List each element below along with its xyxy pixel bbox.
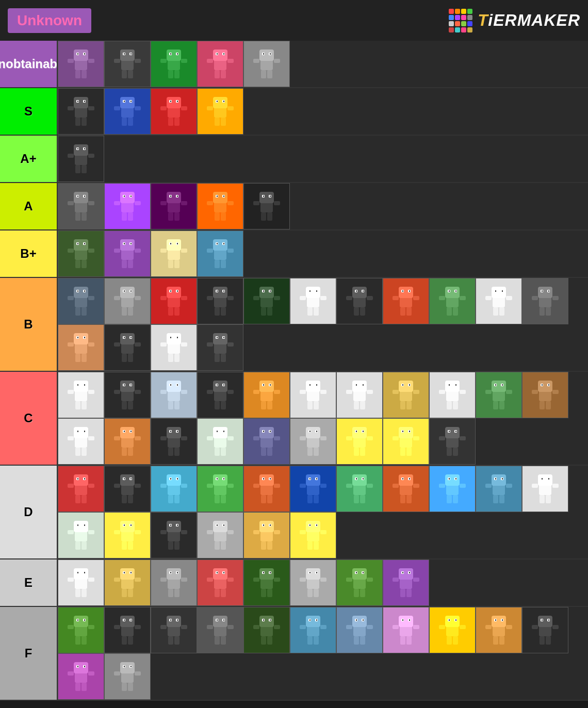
- tier-item-e3[interactable]: [151, 559, 197, 606]
- tier-item-f6[interactable]: [290, 607, 336, 653]
- tier-item-c15[interactable]: [197, 418, 243, 465]
- svg-rect-145: [213, 192, 227, 203]
- tier-item-bp4[interactable]: [197, 230, 243, 277]
- tier-item-b3[interactable]: [151, 278, 197, 324]
- tier-item-c6[interactable]: [290, 372, 336, 418]
- tier-item-f12[interactable]: [58, 653, 104, 700]
- tier-item-b4[interactable]: [197, 278, 243, 324]
- tier-item-a4[interactable]: [197, 183, 243, 229]
- tier-item-c7[interactable]: [336, 372, 383, 418]
- svg-rect-746: [160, 530, 167, 534]
- tier-item-b13[interactable]: [104, 324, 151, 371]
- tier-item-d4[interactable]: [197, 466, 243, 512]
- tier-item-b15[interactable]: [197, 324, 243, 371]
- tier-item-c2[interactable]: [104, 372, 151, 418]
- tier-item-e2[interactable]: [104, 559, 151, 606]
- tier-item-b5[interactable]: [243, 278, 290, 324]
- tier-item-c13[interactable]: [104, 418, 151, 465]
- tier-item-d14[interactable]: [151, 512, 197, 558]
- tier-item-d5[interactable]: [243, 466, 290, 512]
- tier-item-f11[interactable]: [522, 607, 568, 653]
- tier-item-b8[interactable]: [383, 278, 429, 324]
- tier-item-d11[interactable]: [522, 466, 568, 512]
- tier-item-a1[interactable]: [58, 183, 104, 229]
- tier-item-d12[interactable]: [58, 512, 104, 558]
- tier-item-d1[interactable]: [58, 466, 104, 512]
- tier-item-c20[interactable]: [429, 418, 476, 465]
- tier-item-ap1[interactable]: [58, 136, 104, 182]
- tier-item-d15[interactable]: [197, 512, 243, 558]
- tier-item-b14[interactable]: [151, 324, 197, 371]
- tier-item-c11[interactable]: [522, 372, 568, 418]
- tier-item-f7[interactable]: [336, 607, 383, 653]
- tier-item-b10[interactable]: [476, 278, 522, 324]
- tier-item-c3[interactable]: [151, 372, 197, 418]
- tier-item-bp2[interactable]: [104, 230, 151, 277]
- svg-rect-898: [168, 636, 173, 645]
- tier-item-c12[interactable]: [58, 418, 104, 465]
- svg-rect-734: [128, 541, 133, 550]
- tier-item-f13[interactable]: [104, 653, 151, 700]
- tier-item-bp1[interactable]: [58, 230, 104, 277]
- tier-item-u3[interactable]: [151, 41, 197, 87]
- tier-item-d16[interactable]: [243, 512, 290, 558]
- tier-item-c19[interactable]: [383, 418, 429, 465]
- tier-item-e4[interactable]: [197, 559, 243, 606]
- tier-item-d17[interactable]: [290, 512, 336, 558]
- tier-item-e1[interactable]: [58, 559, 104, 606]
- tier-item-b7[interactable]: [336, 278, 383, 324]
- tier-item-d2[interactable]: [104, 466, 151, 512]
- tier-item-u1[interactable]: [58, 41, 104, 87]
- tier-item-s2[interactable]: [104, 88, 151, 135]
- tier-item-a2[interactable]: [104, 183, 151, 229]
- tier-item-d8[interactable]: [383, 466, 429, 512]
- tier-item-d9[interactable]: [429, 466, 476, 512]
- tier-item-f9[interactable]: [429, 607, 476, 653]
- svg-rect-338: [81, 354, 87, 362]
- tier-item-s1[interactable]: [58, 88, 104, 135]
- tier-item-a3[interactable]: [151, 183, 197, 229]
- tier-item-c1[interactable]: [58, 372, 104, 418]
- tier-item-f8[interactable]: [383, 607, 429, 653]
- tier-item-c9[interactable]: [429, 372, 476, 418]
- tier-item-d13[interactable]: [104, 512, 151, 558]
- tier-item-e7[interactable]: [336, 559, 383, 606]
- tier-item-e6[interactable]: [290, 559, 336, 606]
- tier-item-c10[interactable]: [476, 372, 522, 418]
- tier-item-f2[interactable]: [104, 607, 151, 653]
- tier-item-f1[interactable]: [58, 607, 104, 653]
- tier-item-f5[interactable]: [243, 607, 290, 653]
- svg-rect-900: [160, 625, 167, 629]
- tier-item-bp3[interactable]: [151, 230, 197, 277]
- tier-item-e5[interactable]: [243, 559, 290, 606]
- tier-item-c4[interactable]: [197, 372, 243, 418]
- tier-item-e8[interactable]: [383, 559, 429, 606]
- tier-item-c14[interactable]: [151, 418, 197, 465]
- tier-item-b12[interactable]: [58, 324, 104, 371]
- tier-item-b9[interactable]: [429, 278, 476, 324]
- tier-item-c16[interactable]: [243, 418, 290, 465]
- tier-item-f3[interactable]: [151, 607, 197, 653]
- tier-item-c8[interactable]: [383, 372, 429, 418]
- tier-item-b2[interactable]: [104, 278, 151, 324]
- tier-item-b11[interactable]: [522, 278, 568, 324]
- svg-rect-62: [75, 118, 80, 126]
- svg-rect-780: [320, 530, 326, 534]
- tier-item-u5[interactable]: [243, 41, 290, 87]
- tier-item-d10[interactable]: [476, 466, 522, 512]
- tier-item-b6[interactable]: [290, 278, 336, 324]
- tier-item-u4[interactable]: [197, 41, 243, 87]
- tier-item-b1[interactable]: [58, 278, 104, 324]
- tier-item-s3[interactable]: [151, 88, 197, 135]
- tier-item-f10[interactable]: [476, 607, 522, 653]
- tier-item-s4[interactable]: [197, 88, 243, 135]
- tier-item-u2[interactable]: [104, 41, 151, 87]
- tier-item-c17[interactable]: [290, 418, 336, 465]
- tier-item-c18[interactable]: [336, 418, 383, 465]
- tier-item-d3[interactable]: [151, 466, 197, 512]
- tier-item-f4[interactable]: [197, 607, 243, 653]
- tier-item-c5[interactable]: [243, 372, 290, 418]
- tier-item-a5[interactable]: [243, 183, 290, 229]
- tier-item-d7[interactable]: [336, 466, 383, 512]
- tier-item-d6[interactable]: [290, 466, 336, 512]
